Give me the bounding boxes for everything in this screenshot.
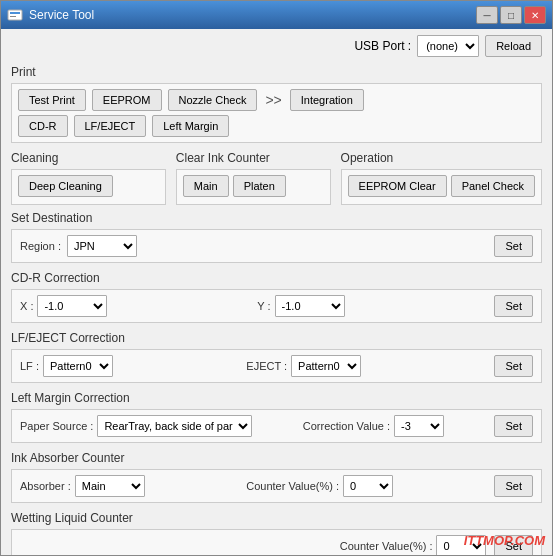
minimize-button[interactable]: ─ <box>476 6 498 24</box>
window-controls: ─ □ ✕ <box>476 6 546 24</box>
set-destination-button[interactable]: Set <box>494 235 533 257</box>
set-destination-title: Set Destination <box>11 211 542 225</box>
main-button[interactable]: Main <box>183 175 229 197</box>
ink-absorber-set-button[interactable]: Set <box>494 475 533 497</box>
operation-title: Operation <box>341 151 542 165</box>
wetting-set-button[interactable]: Set <box>494 535 533 555</box>
cdr-button[interactable]: CD-R <box>18 115 68 137</box>
lf-set-button[interactable]: Set <box>494 355 533 377</box>
left-margin-set-button[interactable]: Set <box>494 415 533 437</box>
left-margin-title: Left Margin Correction <box>11 391 542 405</box>
svg-rect-1 <box>10 12 20 14</box>
maximize-button[interactable]: □ <box>500 6 522 24</box>
wetting-liquid-title: Wetting Liquid Counter <box>11 511 542 525</box>
close-button[interactable]: ✕ <box>524 6 546 24</box>
ink-absorber-title: Ink Absorber Counter <box>11 451 542 465</box>
arrow-right-icon: >> <box>263 92 283 108</box>
svg-rect-2 <box>10 16 16 17</box>
test-print-button[interactable]: Test Print <box>18 89 86 111</box>
cleaning-title: Cleaning <box>11 151 166 165</box>
clear-ink-title: Clear Ink Counter <box>176 151 331 165</box>
content-area: USB Port : (none) Reload Print Test Prin… <box>1 29 552 555</box>
absorber-select[interactable]: Main <box>75 475 145 497</box>
lf-eject-button[interactable]: LF/EJECT <box>74 115 147 137</box>
eject-label: EJECT : <box>246 360 287 372</box>
app-icon <box>7 7 23 23</box>
print-row-1: Test Print EEPROM Nozzle Check >> Integr… <box>18 89 535 111</box>
usb-port-select[interactable]: (none) <box>417 35 479 57</box>
eeprom-button[interactable]: EEPROM <box>92 89 162 111</box>
title-bar-left: Service Tool <box>7 7 94 23</box>
absorber-label: Absorber : <box>20 480 71 492</box>
title-bar: Service Tool ─ □ ✕ <box>1 1 552 29</box>
window-title: Service Tool <box>29 8 94 22</box>
lf-select[interactable]: Pattern0 <box>43 355 113 377</box>
print-row-2: CD-R LF/EJECT Left Margin <box>18 115 535 137</box>
region-select[interactable]: JPN <box>67 235 137 257</box>
reload-button[interactable]: Reload <box>485 35 542 57</box>
eject-select[interactable]: Pattern0 <box>291 355 361 377</box>
correction-value-select[interactable]: -3 <box>394 415 444 437</box>
wetting-liquid-section: Wetting Liquid Counter Counter Value(%) … <box>11 511 542 555</box>
usb-port-label: USB Port : <box>354 39 411 53</box>
region-label: Region : <box>20 240 61 252</box>
middle-sections: Cleaning Deep Cleaning Clear Ink Counter… <box>11 151 542 205</box>
print-section-title: Print <box>11 65 542 79</box>
wetting-counter-select[interactable]: 0 <box>436 535 486 555</box>
platen-button[interactable]: Platen <box>233 175 286 197</box>
left-margin-section: Left Margin Correction Paper Source : Re… <box>11 391 542 443</box>
x-label: X : <box>20 300 33 312</box>
panel-check-button[interactable]: Panel Check <box>451 175 535 197</box>
svg-rect-0 <box>8 10 22 20</box>
cleaning-section: Cleaning Deep Cleaning <box>11 151 166 205</box>
set-destination-section: Set Destination Region : JPN Set <box>11 211 542 263</box>
cdr-correction-section: CD-R Correction X : -1.0 Y : -1.0 <box>11 271 542 323</box>
ink-counter-select[interactable]: 0 <box>343 475 393 497</box>
cdr-correction-title: CD-R Correction <box>11 271 542 285</box>
lf-correction-section: LF/EJECT Correction LF : Pattern0 EJECT … <box>11 331 542 383</box>
y-label: Y : <box>257 300 270 312</box>
print-section: Print Test Print EEPROM Nozzle Check >> … <box>11 65 542 143</box>
cdr-set-button[interactable]: Set <box>494 295 533 317</box>
left-margin-button[interactable]: Left Margin <box>152 115 229 137</box>
y-select[interactable]: -1.0 <box>275 295 345 317</box>
operation-section: Operation EEPROM Clear Panel Check <box>341 151 542 205</box>
clear-ink-section: Clear Ink Counter Main Platen <box>176 151 331 205</box>
ink-counter-label: Counter Value(%) : <box>246 480 339 492</box>
eeprom-clear-button[interactable]: EEPROM Clear <box>348 175 447 197</box>
ink-absorber-section: Ink Absorber Counter Absorber : Main Cou… <box>11 451 542 503</box>
deep-cleaning-button[interactable]: Deep Cleaning <box>18 175 113 197</box>
lf-correction-title: LF/EJECT Correction <box>11 331 542 345</box>
nozzle-check-button[interactable]: Nozzle Check <box>168 89 258 111</box>
usb-row: USB Port : (none) Reload <box>11 35 542 57</box>
integration-button[interactable]: Integration <box>290 89 364 111</box>
x-select[interactable]: -1.0 <box>37 295 107 317</box>
paper-source-select[interactable]: RearTray, back side of par <box>97 415 252 437</box>
lf-label: LF : <box>20 360 39 372</box>
wetting-counter-label: Counter Value(%) : <box>340 540 433 552</box>
paper-source-label: Paper Source : <box>20 420 93 432</box>
main-window: Service Tool ─ □ ✕ USB Port : (none) Rel… <box>0 0 553 556</box>
correction-value-label: Correction Value : <box>303 420 390 432</box>
